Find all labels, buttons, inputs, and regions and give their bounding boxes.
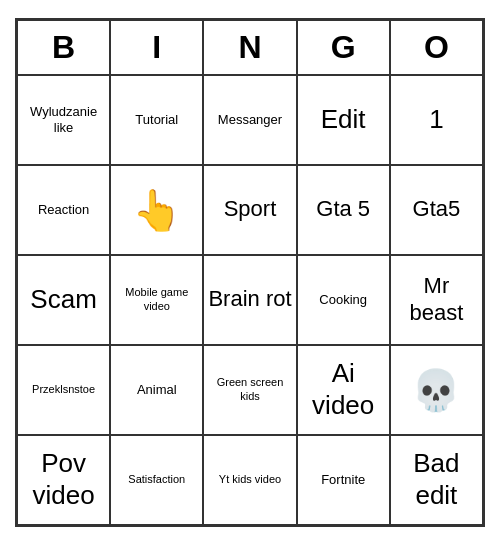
cell-4-1: Satisfaction xyxy=(110,435,203,525)
cell-0-0: Wyludzanie like xyxy=(17,75,110,165)
cell-4-3: Fortnite xyxy=(297,435,390,525)
cell-0-2: Messanger xyxy=(203,75,296,165)
cell-2-2: Brain rot xyxy=(203,255,296,345)
cell-1-2: Sport xyxy=(203,165,296,255)
header-letter-B: B xyxy=(17,20,110,75)
cell-2-1: Mobile game video xyxy=(110,255,203,345)
cell-0-4: 1 xyxy=(390,75,483,165)
cell-0-3: Edit xyxy=(297,75,390,165)
cell-1-4: Gta5 xyxy=(390,165,483,255)
cell-3-4: 💀 xyxy=(390,345,483,435)
bingo-grid: Wyludzanie likeTutorialMessangerEdit1Rea… xyxy=(17,75,483,525)
cell-4-4: Bad edit xyxy=(390,435,483,525)
cell-1-0: Reaction xyxy=(17,165,110,255)
cell-3-2: Green screen kids xyxy=(203,345,296,435)
header-letter-N: N xyxy=(203,20,296,75)
bingo-header: BINGO xyxy=(17,20,483,75)
bingo-card: BINGO Wyludzanie likeTutorialMessangerEd… xyxy=(15,18,485,527)
cell-1-1: 👆 xyxy=(110,165,203,255)
cell-4-2: Yt kids video xyxy=(203,435,296,525)
cell-3-1: Animal xyxy=(110,345,203,435)
cell-0-1: Tutorial xyxy=(110,75,203,165)
cell-2-0: Scam xyxy=(17,255,110,345)
cell-2-3: Cooking xyxy=(297,255,390,345)
cell-4-0: Pov video xyxy=(17,435,110,525)
cell-3-0: Przeklsnstoe xyxy=(17,345,110,435)
header-letter-O: O xyxy=(390,20,483,75)
header-letter-I: I xyxy=(110,20,203,75)
cell-2-4: Mr beast xyxy=(390,255,483,345)
cell-3-3: Ai video xyxy=(297,345,390,435)
header-letter-G: G xyxy=(297,20,390,75)
cell-1-3: Gta 5 xyxy=(297,165,390,255)
